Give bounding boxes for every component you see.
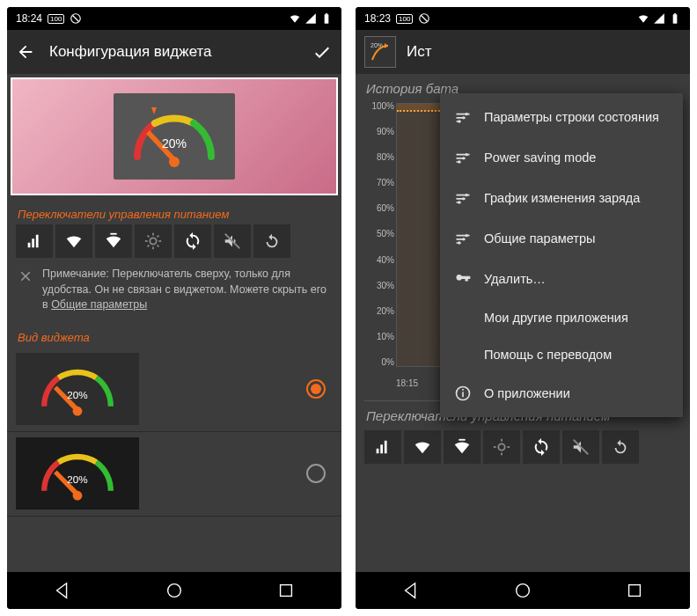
confirm-icon[interactable] bbox=[312, 41, 333, 62]
gauge-preview: 20% bbox=[114, 93, 235, 180]
svg-point-23 bbox=[168, 584, 181, 598]
svg-point-44 bbox=[462, 197, 465, 200]
nav-recent-icon[interactable] bbox=[276, 581, 296, 600]
svg-point-48 bbox=[466, 234, 468, 237]
nav-back-icon[interactable] bbox=[53, 581, 72, 600]
svg-line-1 bbox=[73, 16, 79, 22]
menu-power-saving[interactable]: Power saving mode bbox=[440, 137, 683, 178]
nav-home-icon[interactable] bbox=[513, 581, 532, 600]
hotspot-toggle[interactable] bbox=[444, 430, 481, 464]
svg-rect-24 bbox=[280, 585, 291, 597]
signal-toggle[interactable] bbox=[364, 430, 401, 464]
style-thumb-2: 20% bbox=[16, 437, 139, 510]
radio-style-2[interactable] bbox=[306, 464, 326, 483]
svg-text:20%: 20% bbox=[67, 473, 87, 485]
svg-point-40 bbox=[458, 160, 460, 163]
battery-icon bbox=[320, 12, 333, 25]
brightness-toggle[interactable] bbox=[135, 224, 172, 258]
sync-toggle[interactable] bbox=[174, 224, 211, 258]
wifi-icon bbox=[289, 12, 301, 25]
status-time: 18:24 bbox=[16, 12, 42, 25]
signal-icon bbox=[653, 12, 665, 25]
svg-point-37 bbox=[458, 120, 460, 122]
svg-point-45 bbox=[466, 194, 468, 196]
svg-point-38 bbox=[462, 116, 465, 119]
overflow-menu: Параметры строки состояния Power saving … bbox=[440, 93, 683, 417]
app-bar: Конфигурация виджета bbox=[7, 30, 341, 74]
menu-delete[interactable]: Удалить… bbox=[440, 259, 683, 299]
close-icon[interactable] bbox=[18, 268, 33, 284]
svg-point-5 bbox=[169, 157, 180, 167]
nav-bar bbox=[356, 572, 690, 609]
nav-back-icon[interactable] bbox=[401, 581, 421, 600]
brightness-toggle[interactable] bbox=[483, 430, 520, 464]
nav-bar bbox=[7, 572, 341, 609]
section-power-title: Переключатели управления питанием bbox=[7, 199, 341, 224]
battery-icon bbox=[669, 12, 681, 25]
power-toolbar bbox=[356, 425, 690, 469]
radio-style-1[interactable] bbox=[306, 379, 326, 399]
appbar-title: Ист bbox=[407, 43, 432, 61]
rotate-toggle[interactable] bbox=[253, 224, 290, 258]
gauge-percent-label: 20% bbox=[162, 136, 187, 150]
status-battery-box: 100 bbox=[396, 14, 413, 24]
svg-point-42 bbox=[466, 153, 468, 156]
wifi-toggle[interactable] bbox=[55, 224, 92, 258]
do-not-disturb-icon bbox=[418, 12, 430, 25]
svg-point-41 bbox=[462, 157, 465, 159]
app-bar: 20% Ист bbox=[356, 30, 690, 74]
do-not-disturb-icon bbox=[70, 12, 82, 25]
sound-toggle[interactable] bbox=[562, 430, 599, 464]
widget-preview: 20% bbox=[11, 77, 338, 195]
note-box: Примечание: Переключатель сверху, только… bbox=[7, 258, 341, 322]
info-icon bbox=[454, 385, 472, 402]
svg-rect-51 bbox=[462, 389, 464, 391]
menu-general[interactable]: Общие параметры bbox=[440, 218, 683, 259]
nav-recent-icon[interactable] bbox=[625, 581, 644, 600]
svg-line-15 bbox=[158, 236, 159, 238]
svg-point-21 bbox=[73, 491, 83, 501]
svg-line-14 bbox=[148, 246, 150, 247]
section-style-title: Вид виджета bbox=[7, 322, 341, 348]
sync-toggle[interactable] bbox=[523, 430, 560, 464]
menu-translation[interactable]: Помощь с переводом bbox=[440, 336, 683, 373]
svg-line-26 bbox=[422, 16, 428, 22]
status-bar: 18:24 100 bbox=[7, 7, 341, 30]
status-bar: 18:23 100 bbox=[356, 7, 690, 30]
signal-icon bbox=[304, 12, 317, 25]
svg-rect-50 bbox=[462, 392, 464, 397]
menu-about[interactable]: О приложении bbox=[440, 373, 683, 414]
back-icon[interactable] bbox=[16, 42, 35, 62]
y-axis-labels: 100%90%80%70%60%50%40%30%20%10%0% bbox=[364, 101, 394, 367]
rotate-toggle[interactable] bbox=[602, 430, 639, 464]
svg-text:20%: 20% bbox=[67, 389, 87, 400]
status-time: 18:23 bbox=[364, 12, 391, 25]
svg-rect-28 bbox=[674, 13, 676, 14]
style-option-2[interactable]: 20% bbox=[7, 432, 341, 517]
sound-toggle[interactable] bbox=[214, 224, 251, 258]
svg-point-31 bbox=[498, 444, 504, 450]
menu-chart-change[interactable]: График изменения заряда bbox=[440, 178, 683, 218]
nav-home-icon[interactable] bbox=[165, 581, 184, 600]
svg-point-18 bbox=[73, 407, 83, 416]
svg-point-43 bbox=[458, 201, 460, 203]
menu-other-apps[interactable]: Мои другие приложения bbox=[440, 299, 683, 336]
wifi-icon bbox=[637, 12, 649, 25]
style-thumb-1: 20% bbox=[16, 353, 139, 425]
hotspot-toggle[interactable] bbox=[95, 224, 132, 258]
style-option-1[interactable]: 20% bbox=[7, 348, 341, 432]
wifi-toggle[interactable] bbox=[404, 430, 441, 464]
svg-rect-27 bbox=[673, 14, 678, 23]
app-icon[interactable]: 20% bbox=[364, 36, 396, 68]
phone-right: 18:23 100 20% Ист История бата 100%90%80… bbox=[356, 7, 690, 609]
svg-line-12 bbox=[148, 236, 150, 238]
key-icon bbox=[454, 270, 472, 288]
svg-marker-6 bbox=[151, 107, 157, 114]
general-settings-link[interactable]: Общие параметры bbox=[51, 298, 147, 311]
svg-point-46 bbox=[458, 241, 460, 244]
svg-point-39 bbox=[466, 113, 468, 115]
menu-status-params[interactable]: Параметры строки состояния bbox=[440, 97, 683, 137]
signal-toggle[interactable] bbox=[16, 224, 53, 258]
svg-point-52 bbox=[517, 584, 530, 598]
svg-line-13 bbox=[158, 246, 159, 247]
